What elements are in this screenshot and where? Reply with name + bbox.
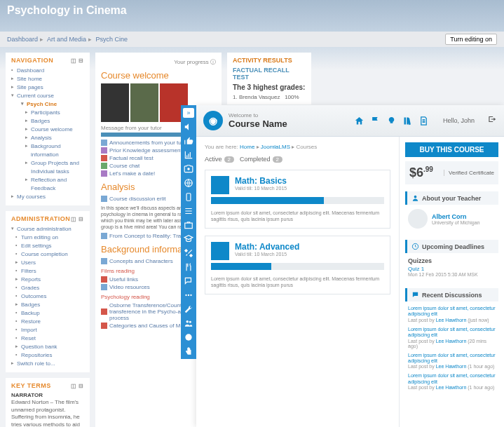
block-controls-icon[interactable]: ◫ ⊟ [71, 216, 84, 222]
hand-icon[interactable] [184, 346, 193, 356]
page-icon [101, 258, 107, 264]
megaphone-icon[interactable] [184, 122, 193, 132]
admin-item[interactable]: Grades [15, 284, 84, 292]
nav-item[interactable]: Dashboard [11, 67, 84, 75]
joomla-app: ◉ Welcome to Course Name Hello, John You… [196, 105, 504, 427]
admin-item[interactable]: Import [15, 326, 84, 334]
admin-root[interactable]: Course administration [11, 225, 84, 233]
discussion-item[interactable]: Lorem ipsum dolor sit amet, consectetur … [408, 306, 496, 323]
admin-switch-role[interactable]: Switch role to... [11, 360, 84, 368]
cutlery-icon[interactable] [184, 262, 193, 272]
quiz-icon [101, 147, 107, 154]
course-title-link[interactable]: Math: Advanced [235, 242, 299, 252]
graduation-icon[interactable] [184, 234, 193, 244]
nav-sub[interactable]: Background information [25, 142, 84, 159]
nav-sub[interactable]: Badges [25, 117, 84, 126]
block-controls-icon[interactable]: ◫ ⊟ [71, 383, 84, 389]
nav-item[interactable]: Current course Psych Cine Participants B… [11, 92, 84, 193]
svg-point-7 [186, 320, 189, 323]
turn-editing-on-button[interactable]: Turn editing on [445, 34, 497, 45]
hello-user: Hello, John [443, 117, 475, 124]
nav-sub[interactable]: Participants [25, 109, 84, 117]
admin-item[interactable]: Question bank [15, 343, 84, 351]
forum-icon [101, 196, 107, 202]
navigation-block: NAVIGATION◫ ⊟ Dashboard Site home Site p… [6, 53, 90, 205]
joomla-main: You are here: Home ▸ JoomlaLMS ▸ Courses… [196, 137, 399, 427]
course-title-link[interactable]: Math: Basics [235, 176, 287, 186]
speech-icon [411, 291, 419, 299]
logout-button[interactable] [487, 114, 497, 127]
admin-item[interactable]: Filters [15, 267, 84, 276]
users-icon[interactable] [184, 318, 193, 328]
admin-item[interactable]: Repositories [15, 351, 84, 360]
phone-icon[interactable] [184, 192, 193, 202]
tab-active[interactable]: Active2 [205, 156, 234, 163]
bc-link[interactable]: JoomlaLMS [261, 144, 290, 150]
svg-point-4 [185, 294, 186, 296]
clock-icon [411, 243, 419, 250]
deadlines-widget: Upcoming Deadlines Quizzes Quiz 1 Mon 12… [405, 240, 498, 281]
nav-sub[interactable]: Course welcome [25, 126, 84, 134]
bc-current: Courses [296, 144, 317, 150]
discussion-item[interactable]: Lorem ipsum dolor sit amet, consectetur … [408, 373, 496, 390]
bc-category[interactable]: Art and Media [47, 36, 86, 43]
flag-icon[interactable] [370, 116, 381, 126]
admin-item[interactable]: Edit settings [15, 242, 84, 250]
admin-item[interactable]: Outcomes [15, 292, 84, 301]
bc-course[interactable]: Psych Cine [96, 36, 128, 43]
course-valid-date: Valid till: 10 March 2015 [235, 186, 287, 191]
discussion-item[interactable]: Lorem ipsum dolor sit amet, consectetur … [408, 353, 496, 370]
svg-point-8 [189, 321, 191, 323]
price-box: $6.99 Verified Certificate [405, 161, 498, 184]
camera-icon[interactable] [184, 164, 193, 174]
wrench-icon[interactable] [184, 304, 193, 314]
admin-item[interactable]: Restore [15, 318, 84, 326]
bc-link[interactable]: Home [240, 144, 254, 150]
world-icon[interactable] [184, 332, 193, 342]
chart-icon[interactable] [184, 150, 193, 160]
discussion-item[interactable]: Lorem ipsum dolor sit amet, consectetur … [408, 327, 496, 348]
admin-item[interactable]: Badges [15, 301, 84, 309]
keyterm-desc: Edward Norton – The film's unnamed prota… [11, 399, 84, 427]
thumbs-up-icon[interactable] [184, 136, 193, 146]
nav-sub[interactable]: Analysis [25, 134, 84, 142]
expand-arrow-icon[interactable]: » [183, 108, 194, 118]
bulb-icon[interactable] [386, 116, 397, 126]
nav-item[interactable]: Site pages [11, 83, 84, 92]
globe-icon[interactable] [184, 178, 193, 188]
teacher-name[interactable]: Albert Corn [432, 213, 479, 220]
books-icon[interactable] [402, 116, 413, 126]
dots-icon[interactable] [184, 290, 193, 300]
course-title: Psychology in Cinema [7, 4, 497, 17]
movie-poster [101, 83, 129, 122]
list-icon[interactable] [184, 206, 193, 216]
admin-item[interactable]: Users [15, 259, 84, 267]
nav-item[interactable]: Site home [11, 75, 84, 83]
document-icon[interactable] [418, 116, 429, 126]
admin-item[interactable]: Reset [15, 334, 84, 343]
teacher-widget: About your Teacher Albert Corn Universit… [405, 191, 498, 233]
progress-bar [211, 197, 384, 204]
ar-test[interactable]: FACTUAL RECALL TEST [233, 67, 306, 81]
briefcase-icon[interactable] [184, 220, 193, 230]
moodle-header: Psychology in Cinema [0, 0, 504, 32]
tools-icon[interactable] [184, 248, 193, 258]
admin-item[interactable]: Course completion [15, 250, 84, 259]
bc-dashboard[interactable]: Dashboard [7, 36, 38, 43]
chat-icon[interactable] [184, 276, 193, 286]
buy-course-button[interactable]: BUY THIS COURSE [405, 142, 498, 157]
quiz-link[interactable]: Quiz 1 [408, 266, 496, 272]
nav-my-courses[interactable]: My courses [11, 193, 84, 201]
admin-item[interactable]: Turn editing on [15, 233, 84, 242]
tab-completed[interactable]: Completed2 [240, 156, 282, 163]
count-badge: 2 [224, 156, 234, 163]
block-controls-icon[interactable]: ◫ ⊟ [71, 57, 84, 64]
nav-sub[interactable]: Group Projects and Individual tasks [25, 159, 84, 176]
home-icon[interactable] [354, 116, 365, 126]
nav-current-course[interactable]: Psych Cine [21, 100, 84, 109]
admin-item[interactable]: Reports [15, 276, 84, 284]
nav-sub[interactable]: Reflection and Feedback [25, 176, 84, 193]
avatar [408, 209, 428, 229]
discussions-widget: Recent Discussions Lorem ipsum dolor sit… [405, 288, 498, 398]
admin-item[interactable]: Backup [15, 309, 84, 318]
